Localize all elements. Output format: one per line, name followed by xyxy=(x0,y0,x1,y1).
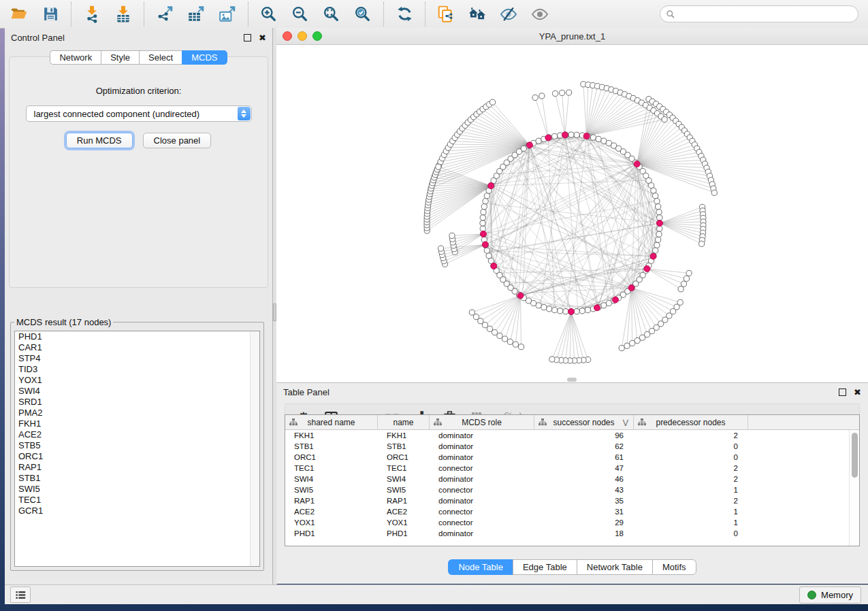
graph-edge[interactable] xyxy=(435,175,491,186)
result-list-item[interactable]: STB1 xyxy=(15,473,259,484)
graph-hub-node[interactable] xyxy=(568,309,575,315)
graph-edge[interactable] xyxy=(637,134,688,164)
table-cell[interactable]: 2 xyxy=(634,495,748,506)
graph-node[interactable] xyxy=(481,210,486,215)
graph-node[interactable] xyxy=(601,303,607,308)
graph-hub-node[interactable] xyxy=(526,142,532,148)
table-cell[interactable]: connector xyxy=(430,484,534,495)
import-table-button[interactable] xyxy=(110,3,136,26)
table-cell[interactable]: SWI4 xyxy=(285,474,378,484)
graph-leaf-node[interactable] xyxy=(502,336,507,342)
graph-leaf-node[interactable] xyxy=(662,117,667,122)
graph-node[interactable] xyxy=(486,253,492,259)
table-cell[interactable]: 61 xyxy=(534,452,634,463)
graph-edge[interactable] xyxy=(492,184,653,256)
table-cell[interactable]: SWI5 xyxy=(378,484,430,495)
result-list-item[interactable]: ORC1 xyxy=(15,451,259,462)
graph-leaf-node[interactable] xyxy=(566,90,572,95)
table-cell[interactable]: ACE2 xyxy=(378,506,430,517)
graph-leaf-node[interactable] xyxy=(678,286,684,292)
table-cell[interactable]: FKH1 xyxy=(378,430,430,441)
graph-hub-node[interactable] xyxy=(628,285,634,291)
result-list-item[interactable]: SRD1 xyxy=(15,397,259,408)
graph-edge[interactable] xyxy=(530,145,556,310)
graph-edge[interactable] xyxy=(520,161,633,295)
open-file-button[interactable] xyxy=(6,3,32,26)
table-cell[interactable]: 18 xyxy=(534,528,634,539)
graph-edge[interactable] xyxy=(483,164,637,235)
graph-node[interactable] xyxy=(547,306,552,312)
graph-edge[interactable] xyxy=(485,244,557,310)
graph-hub-node[interactable] xyxy=(491,263,497,269)
graph-leaf-node[interactable] xyxy=(630,340,635,346)
graph-node[interactable] xyxy=(563,309,568,314)
graph-edge[interactable] xyxy=(632,288,669,316)
graph-node[interactable] xyxy=(656,204,661,210)
tab-select[interactable]: Select xyxy=(139,50,182,65)
graph-node[interactable] xyxy=(606,301,611,306)
table-cell[interactable]: 43 xyxy=(534,484,634,495)
graph-node[interactable] xyxy=(536,138,541,144)
graph-edge[interactable] xyxy=(453,234,483,246)
graph-node[interactable] xyxy=(484,248,489,253)
graph-leaf-node[interactable] xyxy=(473,314,479,320)
graph-hub-node[interactable] xyxy=(583,133,590,139)
result-list-item[interactable]: SWI4 xyxy=(15,386,259,397)
canvas-hscroll-thumb[interactable] xyxy=(567,378,577,382)
table-cell[interactable]: 46 xyxy=(534,474,634,484)
table-cell[interactable]: PHD1 xyxy=(285,528,378,539)
first-neighbors-button[interactable] xyxy=(464,3,490,26)
graph-node[interactable] xyxy=(657,215,662,220)
graph-leaf-node[interactable] xyxy=(492,329,497,335)
run-mcds-button[interactable]: Run MCDS xyxy=(66,133,133,148)
graph-node[interactable] xyxy=(579,308,585,314)
graph-edge[interactable] xyxy=(637,137,690,164)
table-cell[interactable]: TEC1 xyxy=(285,463,378,474)
graph-node[interactable] xyxy=(483,199,488,204)
task-history-button[interactable] xyxy=(10,587,31,603)
table-cell[interactable]: 1 xyxy=(634,506,748,517)
table-scrollbar-thumb[interactable] xyxy=(852,433,858,478)
table-cell[interactable]: dominator xyxy=(430,495,534,506)
refresh-button[interactable] xyxy=(391,3,417,26)
graph-node[interactable] xyxy=(536,303,541,308)
result-list-item[interactable]: SWI5 xyxy=(15,484,259,495)
graph-leaf-node[interactable] xyxy=(497,333,502,338)
graph-edge[interactable] xyxy=(632,288,652,331)
graph-hub-node[interactable] xyxy=(644,265,650,271)
table-cell[interactable]: RAP1 xyxy=(285,495,378,506)
result-list-item[interactable]: TEC1 xyxy=(15,495,259,506)
clone-network-button[interactable] xyxy=(433,3,459,26)
graph-edge[interactable] xyxy=(571,312,579,361)
save-session-button[interactable] xyxy=(37,3,63,26)
graph-node[interactable] xyxy=(654,199,660,204)
graph-node[interactable] xyxy=(653,248,658,253)
network-canvas[interactable] xyxy=(276,45,868,383)
graph-node[interactable] xyxy=(480,220,485,226)
table-row[interactable]: STB1STB1dominator620 xyxy=(285,441,859,452)
optimization-select[interactable]: largest connected component (undirected) xyxy=(26,105,252,122)
graph-leaf-node[interactable] xyxy=(449,233,455,238)
table-row[interactable]: FKH1FKH1dominator962 xyxy=(285,430,859,441)
table-row[interactable]: RAP1RAP1dominator352 xyxy=(285,495,859,506)
result-list-item[interactable]: PMA2 xyxy=(15,408,259,418)
table-cell[interactable]: STB1 xyxy=(378,441,430,452)
table-cell[interactable]: 1 xyxy=(634,484,748,495)
graph-edge[interactable] xyxy=(561,312,571,360)
graph-edge[interactable] xyxy=(535,97,548,137)
graph-hub-node[interactable] xyxy=(517,293,524,299)
table-row[interactable]: PHD1PHD1dominator180 xyxy=(285,528,859,539)
tab-network-table[interactable]: Network Table xyxy=(577,559,652,575)
result-list-item[interactable]: YOX1 xyxy=(15,375,259,386)
table-cell[interactable]: 96 xyxy=(534,430,634,441)
table-cell[interactable]: ORC1 xyxy=(285,452,378,463)
tab-node-table[interactable]: Node Table xyxy=(448,559,513,575)
column-header-name[interactable]: name xyxy=(378,415,430,429)
result-list-item[interactable]: ACE2 xyxy=(15,429,259,440)
graph-leaf-node[interactable] xyxy=(711,190,717,195)
graph-node[interactable] xyxy=(656,210,662,215)
graph-hub-node[interactable] xyxy=(634,161,640,167)
graph-edge[interactable] xyxy=(468,122,530,145)
table-cell[interactable]: 2 xyxy=(634,430,748,441)
tab-edge-table[interactable]: Edge Table xyxy=(513,559,577,575)
